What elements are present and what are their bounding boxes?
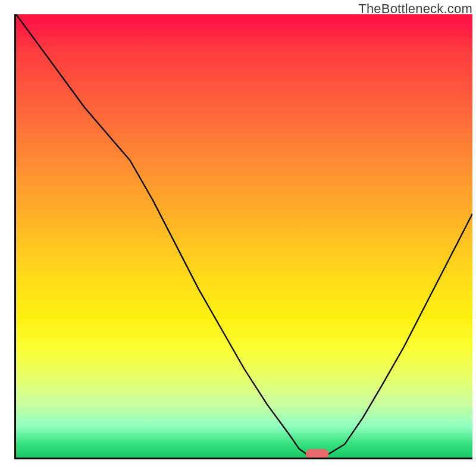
plot-svg	[16, 14, 472, 458]
bottleneck-curve-line	[16, 14, 472, 455]
plot-area	[14, 14, 472, 459]
optimal-marker	[306, 449, 328, 458]
bottleneck-chart: TheBottleneck.com	[0, 0, 476, 476]
